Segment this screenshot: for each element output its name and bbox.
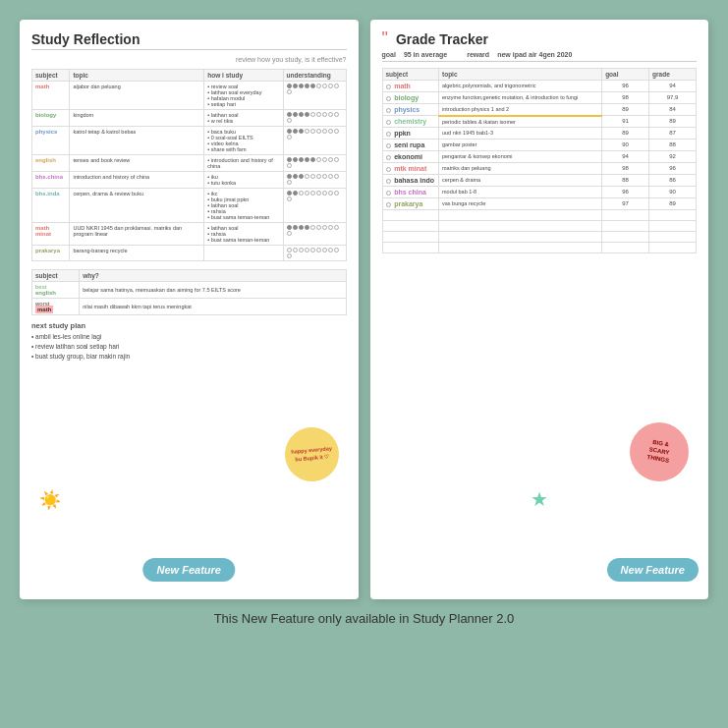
bottom-section: subject why? bestenglishbelajar sama hat… (31, 269, 347, 361)
goal-value: 95 in average (404, 51, 447, 58)
table-row (204, 246, 283, 261)
new-feature-left[interactable]: New Feature (143, 558, 235, 582)
table-row (382, 243, 439, 253)
table-row: kingdom (70, 110, 204, 127)
table-row: 89 (649, 116, 697, 128)
big-scary-sticker: BIG &SCARYTHINGS (625, 418, 694, 486)
table-row: 92 (649, 151, 697, 163)
table-row (283, 110, 346, 127)
table-row: 90 (649, 187, 697, 198)
table-row: barang-barang recycle (70, 246, 204, 261)
table-row (283, 172, 346, 189)
table-row (382, 221, 439, 232)
table-row (439, 243, 602, 253)
new-feature-right[interactable]: New Feature (607, 558, 699, 582)
table-row: uud nkri 1945 bab1-3 (439, 128, 602, 140)
table-row: introduction physics 1 and 2 (439, 104, 602, 116)
table-row: 88 (649, 140, 697, 151)
col-understanding: understanding (283, 70, 346, 82)
table-row: enzyme function,genetic mutation, & intr… (439, 92, 602, 104)
table-row: 88 (602, 175, 649, 187)
table-row: periodic tables & ikatan isomer (439, 116, 602, 128)
g-col-goal: goal (602, 69, 649, 81)
grade-tracker-header: " Grade Tracker (382, 31, 698, 47)
study-plan-title: next study plan (31, 321, 347, 330)
bw-col1: subject (32, 270, 80, 282)
table-row: prakarya (382, 198, 439, 210)
table-row (283, 246, 346, 261)
g-col-topic: topic (439, 69, 602, 81)
table-row: physics (382, 104, 439, 116)
table-row: 96 (602, 187, 649, 198)
goal-label: goal (382, 51, 396, 58)
quote-mark: " (382, 34, 388, 43)
table-row: bhs.inda (32, 189, 70, 223)
table-row: 96 (602, 81, 649, 92)
table-row: modul bab 1-8 (439, 187, 602, 198)
reward-label: reward (467, 51, 489, 58)
table-row (382, 210, 439, 221)
g-col-subject: subject (382, 69, 439, 81)
table-row: • latihan soal • w rel tikis (204, 110, 283, 127)
col-subject: subject (32, 70, 70, 82)
table-row: katrol tetap & katrol bebas (70, 127, 204, 155)
table-row: bhs.china (32, 172, 70, 189)
reward-value: new ipad air 4gen 2020 (497, 51, 572, 58)
table-row (439, 221, 602, 232)
table-row: 97 (602, 198, 649, 210)
star-sticker: ★ (531, 487, 548, 511)
table-row: math (32, 82, 70, 110)
table-row (382, 232, 439, 243)
table-row: 90 (602, 140, 649, 151)
table-row: chemistry (382, 116, 439, 128)
table-row: mtk minat (382, 163, 439, 175)
table-row: 98 (602, 163, 649, 175)
g-col-grade: grade (649, 69, 697, 81)
table-row: • iku • tutu konka (204, 172, 283, 189)
table-row: matriks dan peluang (439, 163, 602, 175)
table-row: 89 (649, 198, 697, 210)
table-row: introduction and history of china (70, 172, 204, 189)
table-row: 84 (649, 104, 697, 116)
table-row: cerpen, drama & review buku (70, 189, 204, 223)
reflection-table: subject topic how i study understanding … (31, 69, 347, 261)
table-row: 94 (649, 81, 697, 92)
table-row: gambar poster (439, 140, 602, 151)
table-row (283, 127, 346, 155)
table-row: cerpen & drama (439, 175, 602, 187)
table-row: 87 (649, 128, 697, 140)
table-row: tenses and book review (70, 155, 204, 172)
table-row (439, 210, 602, 221)
table-row: ekonomi (382, 151, 439, 163)
table-row: 98 (602, 92, 649, 104)
reflection-subtitle: review how you study, is it effective? (31, 56, 347, 63)
best-worst-table: subject why? bestenglishbelajar sama hat… (31, 269, 347, 315)
table-row: 97,9 (649, 92, 697, 104)
table-row: bestenglish (32, 282, 80, 299)
study-plan-items: • ambil les-les online lagi• review lati… (31, 332, 347, 361)
table-row (602, 243, 649, 253)
table-row: english (32, 155, 70, 172)
table-row: • ikc • buku jimat ppkn • latihan soal •… (204, 189, 283, 223)
left-card-title: Study Reflection (31, 31, 347, 50)
table-row: algebric,polynomials, and trigonometric (439, 81, 602, 92)
table-row (602, 232, 649, 243)
table-row: pengantar & konsep ekonomi (439, 151, 602, 163)
bw-col2: why? (80, 270, 346, 282)
main-container: Study Reflection review how you study, i… (20, 20, 708, 599)
table-row: nilai masih dibawah kkm tapi terus menin… (80, 299, 346, 315)
table-row: prakarya (32, 246, 70, 261)
table-row: aljabor dan peluang (70, 82, 204, 110)
table-row: vas bunga recycle (439, 198, 602, 210)
bottom-text: This New Feature only available in Study… (214, 611, 515, 626)
table-row: seni rupa (382, 140, 439, 151)
grade-goal-row: goal 95 in average reward new ipad air 4… (382, 51, 698, 62)
table-row (439, 232, 602, 243)
table-row: 91 (602, 116, 649, 128)
table-row (649, 221, 697, 232)
sun-sticker: ☀️ (39, 489, 61, 511)
table-row: 94 (602, 151, 649, 163)
table-row (602, 221, 649, 232)
table-row: worstmath (32, 299, 80, 315)
table-row (649, 210, 697, 221)
